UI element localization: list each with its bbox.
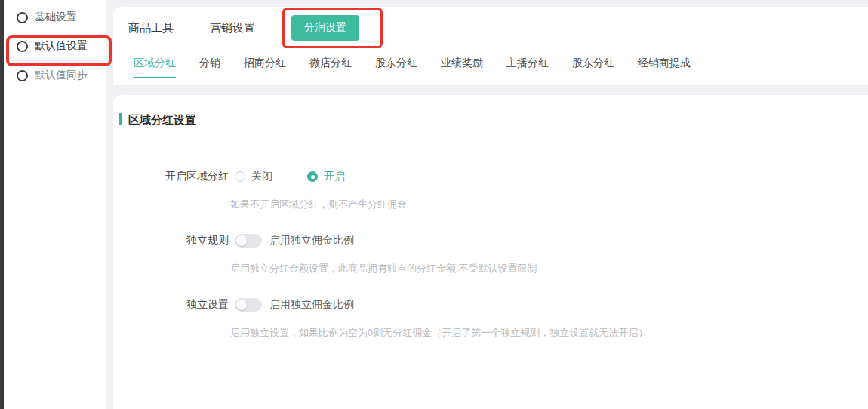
radio-circle-icon — [17, 70, 28, 81]
sidebar-item-label: 基础设置 — [35, 11, 77, 24]
subtab-region-dividend[interactable]: 区域分红 — [134, 57, 176, 78]
radio-circle-icon — [17, 41, 28, 52]
radio-group-enable: 关闭 开启 — [235, 170, 380, 183]
divider — [153, 358, 868, 358]
form-group-independent-rule: 独立规则 启用独立佣金比例 启用独立分红金额设置，此商品拥有独自的分红金额,不受… — [113, 234, 868, 274]
toggle-label: 启用独立佣金比例 — [269, 234, 354, 248]
subtab-shareholder-dividend[interactable]: 股东分红 — [375, 57, 417, 78]
radio-circle-icon — [17, 12, 28, 23]
subtab-shareholder-dividend-2[interactable]: 股东分红 — [572, 57, 614, 78]
section-title: 区域分红设置 — [128, 113, 196, 126]
tab-profit-settings[interactable]: 分润设置 — [291, 15, 359, 41]
subtab-distribution[interactable]: 分销 — [199, 57, 220, 78]
form-group-independent-setting: 独立设置 启用独立佣金比例 启用独立设置，如果比例为空为0则无分红佣金（开启了第… — [113, 298, 868, 338]
radio-option-close[interactable]: 关闭 — [235, 170, 272, 183]
independent-setting-toggle[interactable] — [235, 298, 262, 312]
radio-unselected-icon — [235, 171, 245, 182]
content-panel: 区域分红设置 开启区域分红 关闭 开启 — [113, 95, 868, 409]
helper-text: 启用独立分红金额设置，此商品拥有独自的分红金额,不受默认设置限制 — [230, 263, 868, 274]
toggle-label: 启用独立佣金比例 — [269, 298, 354, 312]
sidebar-item-label: 默认值设置 — [35, 39, 88, 53]
tab-product-tools[interactable]: 商品工具 — [128, 21, 174, 35]
tab-panel: 商品工具 营销设置 分润设置 区域分红 分销 招商分红 微店分红 股东分红 业绩… — [113, 7, 868, 85]
section-marker-bar — [119, 113, 122, 125]
field-label: 独立规则 — [113, 234, 229, 248]
sidebar-item-default-sync[interactable]: 默认值同步 — [4, 61, 106, 90]
radio-selected-icon — [307, 171, 318, 182]
radio-option-label: 开启 — [324, 170, 345, 183]
top-tab-bar: 商品工具 营销设置 分润设置 — [113, 7, 868, 40]
helper-text: 启用独立设置，如果比例为空为0则无分红佣金（开启了第一个独立规则，独立设置就无法… — [230, 327, 868, 338]
helper-text: 如果不开启区域分红，则不产生分红佣金 — [230, 198, 868, 210]
sidebar-item-default-settings[interactable]: 默认值设置 — [4, 32, 106, 61]
sub-tab-bar: 区域分红 分销 招商分红 微店分红 股东分红 业绩奖励 主播分红 股东分红 经销… — [113, 57, 868, 78]
independent-rule-toggle[interactable] — [235, 234, 262, 248]
subtab-anchor-dividend[interactable]: 主播分红 — [506, 57, 549, 78]
field-label: 开启区域分红 — [113, 170, 229, 183]
section-header: 区域分红设置 — [113, 95, 868, 126]
form-group-enable-region-dividend: 开启区域分红 关闭 开启 如果不开启区域分红，则不产生分红佣金 — [113, 170, 868, 210]
tab-marketing-settings[interactable]: 营销设置 — [210, 21, 255, 35]
subtab-microstore-dividend[interactable]: 微店分红 — [309, 57, 352, 78]
subtab-dealer-commission[interactable]: 经销商提成 — [638, 57, 691, 78]
subtab-investment-dividend[interactable]: 招商分红 — [244, 57, 286, 78]
screen: 基础设置 默认值设置 默认值同步 商品工具 营销设置 分润设置 区域分红 分销 … — [0, 0, 868, 409]
sidebar-item-label: 默认值同步 — [35, 69, 88, 82]
radio-option-label: 关闭 — [251, 170, 272, 183]
sidebar: 基础设置 默认值设置 默认值同步 — [4, 0, 106, 409]
subtab-performance-reward[interactable]: 业绩奖励 — [441, 57, 483, 78]
sidebar-item-basic-settings[interactable]: 基础设置 — [4, 3, 106, 32]
radio-option-open[interactable]: 开启 — [307, 170, 345, 183]
field-label: 独立设置 — [113, 298, 229, 312]
region-dividend-form: 开启区域分红 关闭 开启 如果不开启区域分红，则不产生分红佣金 — [113, 146, 868, 358]
